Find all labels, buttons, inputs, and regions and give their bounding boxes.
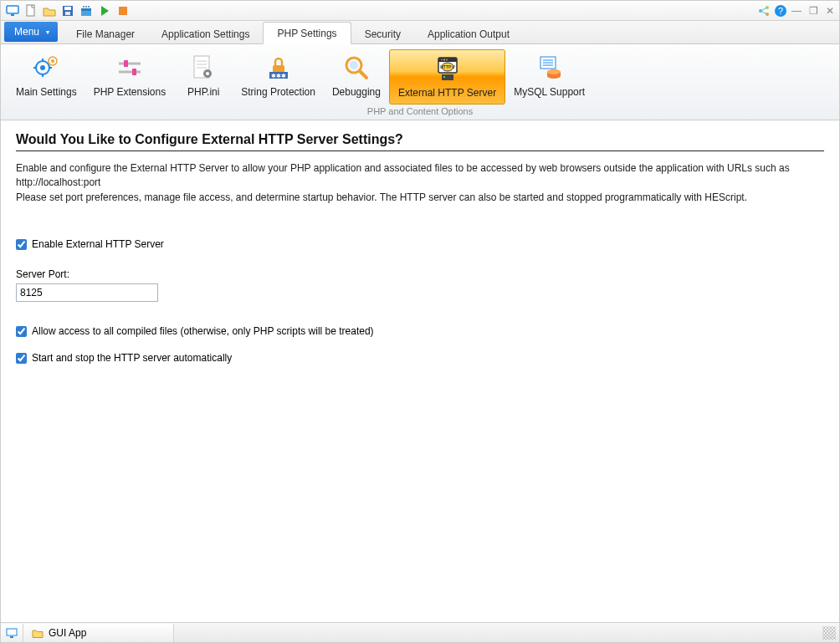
svg-rect-5 xyxy=(65,12,70,15)
auto-start-checkbox[interactable] xyxy=(16,353,27,364)
stop-icon[interactable] xyxy=(115,3,131,19)
ribbon-php-ini[interactable]: PHP.ini xyxy=(174,49,233,105)
svg-rect-1 xyxy=(11,14,14,16)
svg-point-48 xyxy=(446,59,448,61)
tab-security[interactable]: Security xyxy=(351,23,414,44)
mysql-icon xyxy=(535,53,565,83)
menu-button-label: Menu xyxy=(14,26,39,38)
svg-text:?: ? xyxy=(778,6,783,16)
menu-button[interactable]: Menu ▾ xyxy=(4,22,58,42)
chevron-down-icon: ▾ xyxy=(46,28,49,36)
ribbon-panel: Main Settings PHP Extensions PHP.ini ✱✱✱… xyxy=(1,44,839,120)
quick-access-toolbar: ? — ❐ ✕ xyxy=(1,1,839,21)
new-file-icon[interactable] xyxy=(23,3,39,19)
svg-rect-4 xyxy=(64,7,71,10)
monitor-icon[interactable] xyxy=(4,3,21,19)
gears-icon xyxy=(31,53,61,83)
ribbon-item-label: String Protection xyxy=(241,86,315,98)
auto-start-checkbox-row[interactable]: Start and stop the HTTP server automatic… xyxy=(16,352,824,364)
svg-point-37 xyxy=(206,72,209,75)
close-icon[interactable]: ✕ xyxy=(824,5,836,17)
ribbon-external-http-server[interactable]: HTTP:// External HTTP Server xyxy=(389,49,505,105)
svg-rect-31 xyxy=(132,69,136,75)
magnifier-icon xyxy=(341,53,371,83)
svg-text:HTTP://: HTTP:// xyxy=(440,64,455,69)
help-icon[interactable]: ? xyxy=(774,4,786,18)
taskbar-gui-app[interactable]: GUI App xyxy=(23,624,174,642)
ribbon-debugging[interactable]: Debugging xyxy=(324,49,389,105)
svg-point-47 xyxy=(443,59,445,61)
server-port-input[interactable] xyxy=(16,283,158,302)
svg-line-17 xyxy=(761,11,767,14)
resize-grip-icon[interactable] xyxy=(822,626,836,640)
tab-file-manager[interactable]: File Manager xyxy=(63,23,148,44)
allow-access-checkbox-row[interactable]: Allow access to all compiled files (othe… xyxy=(16,325,824,337)
ribbon-item-label: Main Settings xyxy=(16,86,77,98)
lock-string-icon: ✱✱✱ xyxy=(264,53,294,83)
main-content: Would You Like to Configure External HTT… xyxy=(1,120,839,622)
svg-rect-0 xyxy=(7,6,18,13)
ribbon-item-label: Debugging xyxy=(332,86,381,98)
open-icon[interactable] xyxy=(41,3,58,19)
slider-icon xyxy=(115,53,145,83)
allow-access-label: Allow access to all compiled files (othe… xyxy=(32,325,374,337)
taskbar-app-icon[interactable] xyxy=(1,624,23,642)
page-description: Enable and configure the External HTTP S… xyxy=(16,161,819,205)
ribbon-main-settings[interactable]: Main Settings xyxy=(8,49,85,105)
allow-access-checkbox[interactable] xyxy=(16,326,27,337)
ribbon-mysql-support[interactable]: MySQL Support xyxy=(505,49,593,105)
svg-point-43 xyxy=(350,61,358,69)
svg-point-8 xyxy=(83,6,85,8)
svg-point-58 xyxy=(547,69,561,74)
ribbon-item-label: External HTTP Server xyxy=(398,87,496,99)
svg-text:✱✱✱: ✱✱✱ xyxy=(271,73,286,79)
share-icon[interactable] xyxy=(757,4,769,18)
svg-point-52 xyxy=(443,76,445,78)
minimize-icon[interactable]: — xyxy=(791,5,802,17)
restore-icon[interactable]: ❐ xyxy=(807,5,819,17)
svg-rect-30 xyxy=(124,60,128,67)
svg-point-21 xyxy=(40,65,45,70)
enable-http-checkbox-row[interactable]: Enable External HTTP Server xyxy=(16,238,824,250)
save-icon[interactable] xyxy=(59,3,76,19)
ribbon-item-label: PHP Extensions xyxy=(94,86,166,98)
svg-point-46 xyxy=(441,59,443,61)
status-taskbar: GUI App xyxy=(1,622,839,642)
page-title: Would You Like to Configure External HTT… xyxy=(16,132,824,151)
taskbar-app-label: GUI App xyxy=(49,627,86,639)
svg-point-10 xyxy=(88,6,90,8)
svg-marker-11 xyxy=(101,6,109,16)
ribbon-item-label: PHP.ini xyxy=(187,86,219,98)
ribbon-php-extensions[interactable]: PHP Extensions xyxy=(85,49,175,105)
svg-rect-51 xyxy=(442,74,453,80)
ribbon-group-caption: PHP and Content Options xyxy=(1,105,839,120)
tab-php-settings[interactable]: PHP Settings xyxy=(263,22,351,44)
svg-rect-7 xyxy=(81,8,91,11)
svg-point-9 xyxy=(85,6,87,8)
package-icon[interactable] xyxy=(78,3,95,19)
svg-point-27 xyxy=(51,59,54,63)
svg-rect-60 xyxy=(10,636,13,638)
svg-line-42 xyxy=(360,71,366,78)
tab-application-output[interactable]: Application Output xyxy=(414,23,523,44)
ribbon-group-php-content: Main Settings PHP Extensions PHP.ini ✱✱✱… xyxy=(1,44,839,105)
ribbon-tab-strip: Menu ▾ File Manager Application Settings… xyxy=(1,21,839,44)
svg-rect-12 xyxy=(119,7,127,15)
auto-start-label: Start and stop the HTTP server automatic… xyxy=(32,352,232,364)
server-port-label: Server Port: xyxy=(16,268,824,280)
svg-line-16 xyxy=(761,8,767,11)
enable-http-label: Enable External HTTP Server xyxy=(32,238,164,250)
folder-icon xyxy=(32,627,44,639)
play-icon[interactable] xyxy=(96,3,113,19)
svg-rect-59 xyxy=(7,629,17,635)
tab-application-settings[interactable]: Application Settings xyxy=(148,23,263,44)
document-gear-icon xyxy=(188,53,218,83)
ribbon-string-protection[interactable]: ✱✱✱ String Protection xyxy=(233,49,324,105)
enable-http-checkbox[interactable] xyxy=(16,239,27,250)
ribbon-item-label: MySQL Support xyxy=(514,86,585,98)
http-server-icon: HTTP:// xyxy=(433,54,463,84)
svg-rect-2 xyxy=(27,5,34,16)
